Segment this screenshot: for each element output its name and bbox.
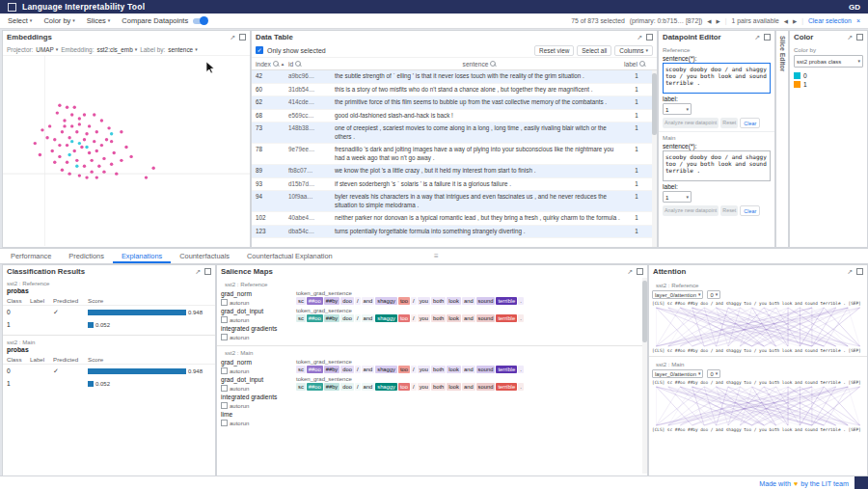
datapoint-dot[interactable] [78,122,81,125]
drag-handle[interactable]: ≡ [434,249,439,263]
color-by-select[interactable]: sst2 probas class▾ [794,55,863,68]
salience-token[interactable]: terrible [496,383,517,391]
sentence-input[interactable]: scooby dooby doo / and shaggy too / you … [663,150,771,181]
salience-token[interactable]: doo [340,314,354,322]
salience-token[interactable]: shaggy [375,297,397,305]
color-by-dropdown[interactable]: Color by▾ [43,16,74,25]
autorun-checkbox[interactable]: autorun [221,367,296,374]
salience-token[interactable]: too [398,366,410,373]
reset-view-button[interactable]: Reset view [534,45,574,56]
datapoint-dot[interactable] [129,155,132,158]
datapoint-dot[interactable] [66,105,68,108]
slice-editor-module-collapsed[interactable]: Slice Editor [775,30,789,248]
next-pair-icon[interactable]: ▶ [793,18,797,24]
datapoint-dot[interactable] [97,165,100,168]
layer-select[interactable]: layer_0/attention▾ [652,369,703,378]
clear-selection-button[interactable]: Clear selection [808,17,852,24]
salience-token[interactable]: sound [476,314,496,322]
table-row[interactable]: 42a9bc96…the subtle strength of ` elling… [252,70,657,84]
datapoint-dot[interactable] [78,142,81,145]
salience-token[interactable]: shaggy [375,366,397,373]
salience-token[interactable]: and [362,383,375,391]
salience-token[interactable]: doo [340,297,354,305]
table-row[interactable]: 10240abe4…neither parker nor donovan is … [252,212,657,226]
label-select[interactable]: 1▾ [663,103,692,115]
salience-token[interactable]: sc [296,314,306,322]
salience-token[interactable]: / [411,314,417,322]
salience-token[interactable]: / [355,383,361,391]
datapoint-dot[interactable] [53,161,56,164]
salience-token[interactable]: / [355,314,361,322]
datapoint-dot[interactable] [58,155,61,158]
datapoint-dot[interactable] [100,144,103,147]
column-header-index[interactable]: index▲ [256,61,288,68]
embedding-scatter[interactable] [3,56,250,246]
salience-token[interactable]: sc [296,297,306,305]
toggle-switch-icon[interactable] [193,18,207,24]
salience-token[interactable]: and [462,297,475,305]
datapoint-dot[interactable] [70,124,73,127]
datapoint-dot[interactable] [83,138,86,141]
datapoint-dot[interactable] [93,113,95,116]
salience-token[interactable]: both [431,366,446,373]
datapoint-dot[interactable] [83,113,86,116]
salience-token[interactable]: and [362,366,375,373]
datapoint-dot[interactable] [75,130,78,133]
datapoint-dot[interactable] [66,144,68,147]
head-select[interactable]: 0▾ [707,369,720,378]
datapoint-dot[interactable] [34,142,37,145]
datapoint-dot[interactable] [113,151,116,154]
datapoint-dot[interactable] [58,144,61,147]
salience-token[interactable]: / [411,297,417,305]
maximize-icon[interactable] [239,34,246,41]
reset-button[interactable]: Reset [720,205,738,216]
datapoint-dot[interactable] [75,165,78,168]
salience-token[interactable]: look [447,383,461,391]
salience-token[interactable]: too [398,297,410,305]
columns-dropdown[interactable]: Columns▾ [614,45,653,56]
column-header-id[interactable]: id [288,61,335,68]
datapoint-dot[interactable] [95,130,98,133]
salience-token[interactable]: ##by [324,314,340,322]
salience-token[interactable]: doo [340,383,354,391]
salience-token[interactable]: . [518,314,524,322]
datapoint-dot[interactable] [68,136,70,139]
salience-token[interactable]: and [462,314,475,322]
slices-dropdown[interactable]: Slices▾ [87,16,111,25]
autorun-checkbox[interactable]: autorun [221,316,296,323]
salience-token[interactable]: doo [340,366,354,373]
datapoint-dot[interactable] [70,113,73,116]
datapoint-dot[interactable] [95,149,98,152]
table-row[interactable]: 89fb8c07…we know the plot 's a little cr… [252,165,657,178]
maximize-icon[interactable] [856,268,863,275]
expand-icon[interactable]: ↗ [230,34,235,41]
close-icon[interactable]: × [856,17,860,24]
salience-token[interactable]: ##by [324,297,340,305]
expand-icon[interactable]: ↗ [627,268,633,275]
autorun-checkbox[interactable]: autorun [221,420,296,426]
user-initials[interactable]: GD [849,3,860,12]
datapoint-dot[interactable] [63,124,66,127]
search-icon[interactable] [639,61,645,67]
datapoint-dot[interactable] [88,151,91,154]
datapoint-dot[interactable] [66,161,68,164]
sort-icon[interactable]: ▲ [281,62,285,67]
datapoint-dot[interactable] [39,153,41,156]
tab-predictions[interactable]: Predictions [60,249,113,263]
salience-token[interactable]: . [518,297,524,305]
datapoint-dot[interactable] [83,165,86,168]
salience-token[interactable]: sound [476,366,496,373]
expand-icon[interactable]: ↗ [847,34,853,41]
footer-team-link[interactable]: by the LIT team [800,479,849,488]
salience-token[interactable]: ##oo [307,297,323,305]
datapoint-dot[interactable] [61,130,64,133]
datapoint-dot[interactable] [68,153,70,156]
datapoint-dot[interactable] [68,172,70,175]
datapoint-dot[interactable] [85,132,88,135]
compare-datapoints-toggle[interactable]: Compare Datapoints [122,16,207,25]
salience-token[interactable]: you [418,297,430,305]
scrollbar[interactable] [652,70,657,247]
datapoint-dot[interactable] [120,130,122,133]
datapoint-dot[interactable] [110,140,113,143]
salience-token[interactable]: / [355,366,361,373]
